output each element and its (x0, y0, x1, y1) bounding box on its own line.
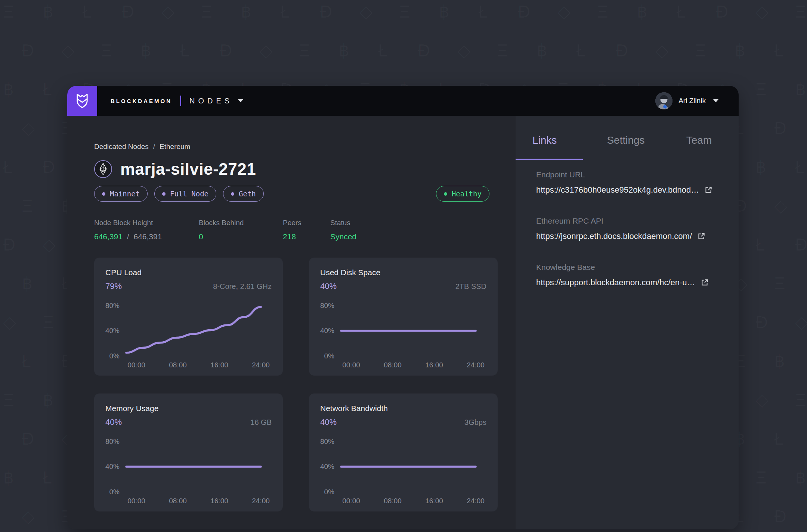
tab-settings[interactable]: Settings (583, 134, 669, 146)
x-axis-tick: 24:00 (249, 361, 272, 369)
x-axis-tick: 16:00 (208, 497, 231, 505)
y-axis-tick: 40% (320, 327, 334, 335)
x-axis-tick: 16:00 (208, 361, 231, 369)
node-title-row: marja-silvie-2721 (94, 160, 489, 178)
y-axis-tick: 40% (320, 463, 334, 471)
badge-dot-icon (102, 192, 105, 196)
stat-blocks-behind: Blocks Behind 0 (199, 219, 283, 241)
cpu-load-chart: 80% 40% 0% (105, 300, 272, 358)
stat-peers: Peers 218 (283, 219, 330, 241)
card-network-bandwidth: Network Bandwidth 40% 3Gbps 80% 40% 0% (309, 393, 498, 511)
y-axis-tick: 80% (105, 438, 120, 446)
user-name[interactable]: Ari Zilnik (678, 97, 706, 105)
badge-label: Geth (239, 190, 256, 198)
health-label: Healthy (452, 190, 482, 198)
stat-label: Status (330, 219, 356, 227)
product-chevron-down-icon[interactable] (238, 99, 243, 102)
card-spec: 3Gbps (464, 418, 486, 427)
tab-team[interactable]: Team (669, 134, 729, 146)
x-axis-tick: 00:00 (125, 497, 148, 505)
right-sidebar: Links Settings Team Endpoint URL https:/… (516, 116, 739, 529)
external-link-icon[interactable] (701, 279, 709, 287)
link-item-ethereum-rpc-api: Ethereum RPC API https://jsonrpc.eth.doc… (536, 217, 718, 241)
stat-label: Blocks Behind (199, 219, 283, 227)
blockdaemon-shield-icon (75, 93, 90, 109)
line-chart-svg (340, 436, 486, 494)
stat-value-total: 646,391 (133, 232, 162, 241)
health-badge: Healthy (436, 186, 489, 202)
avatar[interactable] (655, 92, 672, 109)
active-tab-indicator (516, 159, 583, 160)
top-navbar: BLOCKDAEMON NODES Ari Zilnik (67, 86, 739, 116)
user-menu[interactable]: Ari Zilnik (655, 92, 739, 109)
external-link-icon[interactable] (697, 232, 705, 240)
badge-mainnet: Mainnet (94, 186, 148, 202)
x-axis-tick: 16:00 (423, 361, 446, 369)
card-current-value: 40% (105, 417, 122, 427)
link-url[interactable]: https://c3176b0h0euse952ok4g.dev.bdnod… (536, 185, 699, 195)
breadcrumb-separator: / (153, 143, 155, 151)
links-list: Endpoint URL https://c3176b0h0euse952ok4… (516, 146, 739, 287)
link-item-knowledge-base: Knowledge Base https://support.blockdaem… (536, 263, 718, 287)
x-axis-tick: 00:00 (340, 497, 363, 505)
x-axis-tick: 08:00 (381, 497, 404, 505)
metric-cards-grid: CPU Load 79% 8-Core, 2.61 GHz 80% 40% 0% (94, 258, 489, 511)
card-cpu-load: CPU Load 79% 8-Core, 2.61 GHz 80% 40% 0% (94, 258, 283, 376)
card-title: Memory Usage (105, 404, 272, 413)
stat-label: Peers (283, 219, 330, 227)
card-spec: 8-Core, 2.61 GHz (213, 282, 272, 291)
x-axis-tick: 08:00 (166, 497, 189, 505)
y-axis-tick: 0% (324, 488, 334, 496)
stat-label: Node Block Height (94, 219, 199, 227)
badge-dot-icon (162, 192, 166, 196)
line-chart-svg (125, 300, 272, 358)
disk-space-chart: 80% 40% 0% (320, 300, 486, 358)
badge-dot-icon (231, 192, 234, 196)
card-current-value: 79% (105, 281, 122, 291)
breadcrumb-item-dedicated-nodes[interactable]: Dedicated Nodes (94, 143, 149, 151)
y-axis-tick: 0% (109, 352, 120, 360)
link-label: Ethereum RPC API (536, 217, 718, 225)
link-label: Endpoint URL (536, 170, 718, 179)
external-link-icon[interactable] (704, 186, 712, 194)
product-switcher-label[interactable]: NODES (189, 97, 233, 105)
brand-wordmark: BLOCKDAEMON (111, 98, 172, 104)
x-axis-tick: 00:00 (340, 361, 363, 369)
x-axis-tick: 08:00 (381, 361, 404, 369)
card-spec: 16 GB (250, 418, 272, 427)
network-bandwidth-chart: 80% 40% 0% (320, 436, 486, 494)
stat-value: 646,391 (94, 232, 123, 241)
memory-usage-chart: 80% 40% 0% (105, 436, 272, 494)
card-used-disk-space: Used Disk Space 40% 2TB SSD 80% 40% 0% (309, 258, 498, 376)
link-row[interactable]: https://support.blockdaemon.com/hc/en-u… (536, 278, 718, 287)
link-row[interactable]: https://c3176b0h0euse952ok4g.dev.bdnod… (536, 185, 718, 195)
link-url[interactable]: https://jsonrpc.eth.docs.blockdaemon.com… (536, 231, 692, 241)
breadcrumb-item-ethereum[interactable]: Ethereum (160, 143, 190, 151)
x-axis-tick: 16:00 (423, 497, 446, 505)
main-panel: Dedicated Nodes / Ethereum marja-silvie-… (67, 116, 516, 529)
content-area: Dedicated Nodes / Ethereum marja-silvie-… (67, 116, 739, 529)
stat-value-separator: / (125, 232, 132, 241)
link-label: Knowledge Base (536, 263, 718, 272)
user-chevron-down-icon[interactable] (713, 99, 718, 102)
stat-status: Status Synced (330, 219, 356, 241)
y-axis-tick: 40% (105, 463, 120, 471)
badge-row: Mainnet Full Node Geth Healthy (94, 186, 489, 202)
stats-row: Node Block Height 646,391 / 646,391 Bloc… (94, 219, 489, 241)
card-memory-usage: Memory Usage 40% 16 GB 80% 40% 0% (94, 393, 283, 511)
badge-full-node: Full Node (154, 186, 216, 202)
card-title: Used Disk Space (320, 268, 486, 277)
sidebar-tabs: Links Settings Team (516, 116, 739, 146)
ethereum-icon (94, 160, 112, 178)
card-title: CPU Load (105, 268, 272, 277)
card-title: Network Bandwidth (320, 404, 486, 413)
card-current-value: 40% (320, 417, 337, 427)
link-row[interactable]: https://jsonrpc.eth.docs.blockdaemon.com… (536, 231, 718, 241)
y-axis-tick: 0% (109, 488, 120, 496)
link-item-endpoint-url: Endpoint URL https://c3176b0h0euse952ok4… (536, 170, 718, 195)
blockdaemon-logo[interactable] (67, 86, 97, 116)
y-axis-tick: 40% (105, 327, 120, 335)
tab-links[interactable]: Links (516, 134, 583, 146)
link-url[interactable]: https://support.blockdaemon.com/hc/en-u… (536, 278, 695, 287)
navbar-divider (180, 96, 181, 106)
